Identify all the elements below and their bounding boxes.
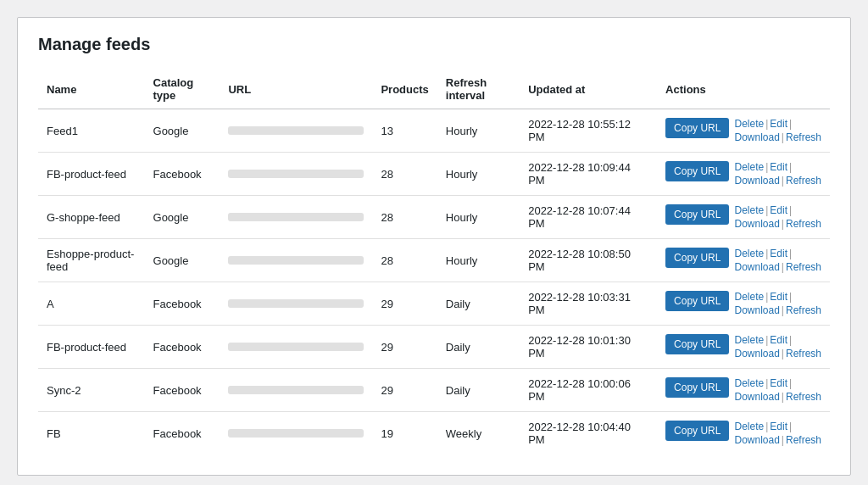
action-links-bottom: Download | Refresh xyxy=(734,304,821,316)
download-link[interactable]: Download xyxy=(734,434,779,446)
table-row: FB-product-feed Facebook 29 Daily 2022-1… xyxy=(38,326,830,369)
manage-feeds-container: Manage feeds Name Catalog type URL Produ… xyxy=(17,17,851,476)
action-links-bottom: Download | Refresh xyxy=(734,434,821,446)
feed-name: Eshoppe-product-feed xyxy=(38,239,145,282)
feed-url xyxy=(220,153,372,196)
table-row: Sync-2 Facebook 29 Daily 2022-12-28 10:0… xyxy=(38,369,830,412)
download-link[interactable]: Download xyxy=(734,261,779,273)
feed-updated-at: 2022-12-28 10:04:40 PM xyxy=(520,412,657,455)
download-link[interactable]: Download xyxy=(734,175,779,187)
sep-1: | xyxy=(765,161,768,173)
feed-refresh-interval: Hourly xyxy=(437,239,520,282)
refresh-link[interactable]: Refresh xyxy=(786,391,821,403)
delete-link[interactable]: Delete xyxy=(734,421,764,432)
action-links-bottom: Download | Refresh xyxy=(734,131,821,143)
download-link[interactable]: Download xyxy=(734,131,779,143)
header-catalog-type: Catalog type xyxy=(145,70,220,109)
copy-url-button[interactable]: Copy URL xyxy=(665,377,729,398)
sep-3: | xyxy=(782,218,784,230)
edit-link[interactable]: Edit xyxy=(770,377,787,389)
delete-link[interactable]: Delete xyxy=(734,118,764,130)
feeds-table: Name Catalog type URL Products Refresh i… xyxy=(38,70,830,454)
edit-link[interactable]: Edit xyxy=(770,118,787,130)
copy-url-button[interactable]: Copy URL xyxy=(665,291,729,311)
header-actions: Actions xyxy=(657,70,830,109)
sep-1: | xyxy=(765,334,768,346)
feed-actions: Copy URL Delete | Edit | Download | Refr… xyxy=(657,109,830,153)
download-link[interactable]: Download xyxy=(734,348,779,360)
copy-url-button[interactable]: Copy URL xyxy=(665,161,729,181)
delete-link[interactable]: Delete xyxy=(734,377,764,389)
table-row: G-shoppe-feed Google 28 Hourly 2022-12-2… xyxy=(38,196,830,239)
sep-3: | xyxy=(782,304,784,316)
feed-products: 29 xyxy=(372,326,437,369)
refresh-link[interactable]: Refresh xyxy=(786,131,821,143)
edit-link[interactable]: Edit xyxy=(770,291,787,303)
feed-actions: Copy URL Delete | Edit | Download | Refr… xyxy=(657,239,830,282)
delete-link[interactable]: Delete xyxy=(734,248,764,259)
feed-products: 19 xyxy=(372,412,437,455)
edit-link[interactable]: Edit xyxy=(770,334,787,346)
edit-link[interactable]: Edit xyxy=(770,248,787,259)
sep-1: | xyxy=(765,377,768,389)
delete-link[interactable]: Delete xyxy=(734,291,764,303)
sep-1: | xyxy=(765,421,768,432)
sep-2: | xyxy=(789,118,792,130)
url-placeholder xyxy=(228,256,364,265)
sep-3: | xyxy=(782,391,784,403)
copy-url-button[interactable]: Copy URL xyxy=(665,248,729,268)
feed-refresh-interval: Hourly xyxy=(437,153,520,196)
table-header-row: Name Catalog type URL Products Refresh i… xyxy=(38,70,830,109)
header-refresh-interval: Refresh interval xyxy=(437,70,520,109)
feed-refresh-interval: Daily xyxy=(437,282,520,326)
sep-2: | xyxy=(789,291,792,303)
refresh-link[interactable]: Refresh xyxy=(786,218,821,230)
feed-url xyxy=(220,412,372,455)
feed-name: A xyxy=(38,282,145,326)
refresh-link[interactable]: Refresh xyxy=(786,434,821,446)
download-link[interactable]: Download xyxy=(734,304,779,316)
feed-actions: Copy URL Delete | Edit | Download | Refr… xyxy=(657,369,830,412)
feed-url xyxy=(220,239,372,282)
action-links: Delete | Edit | Download | Refresh xyxy=(734,334,821,360)
copy-url-button[interactable]: Copy URL xyxy=(665,118,729,138)
refresh-link[interactable]: Refresh xyxy=(786,348,821,360)
sep-2: | xyxy=(789,248,792,259)
delete-link[interactable]: Delete xyxy=(734,334,764,346)
sep-2: | xyxy=(789,161,792,173)
edit-link[interactable]: Edit xyxy=(770,421,787,432)
feed-catalog-type: Google xyxy=(145,196,220,239)
url-placeholder xyxy=(228,170,364,178)
copy-url-button[interactable]: Copy URL xyxy=(665,334,729,354)
table-row: A Facebook 29 Daily 2022-12-28 10:03:31 … xyxy=(38,282,830,326)
action-links: Delete | Edit | Download | Refresh xyxy=(734,204,821,230)
feed-url xyxy=(220,369,372,412)
page-title: Manage feeds xyxy=(38,35,830,54)
feed-updated-at: 2022-12-28 10:09:44 PM xyxy=(520,153,657,196)
refresh-link[interactable]: Refresh xyxy=(786,304,821,316)
sep-1: | xyxy=(765,118,768,130)
action-links-top: Delete | Edit | xyxy=(734,421,821,432)
delete-link[interactable]: Delete xyxy=(734,161,764,173)
download-link[interactable]: Download xyxy=(734,391,779,403)
url-placeholder xyxy=(228,343,364,351)
copy-url-button[interactable]: Copy URL xyxy=(665,204,729,225)
edit-link[interactable]: Edit xyxy=(770,204,787,216)
feed-actions: Copy URL Delete | Edit | Download | Refr… xyxy=(657,412,830,455)
feed-catalog-type: Facebook xyxy=(145,326,220,369)
copy-url-button[interactable]: Copy URL xyxy=(665,421,729,441)
download-link[interactable]: Download xyxy=(734,218,779,230)
sep-2: | xyxy=(789,204,792,216)
feed-products: 28 xyxy=(372,239,437,282)
feed-actions: Copy URL Delete | Edit | Download | Refr… xyxy=(657,153,830,196)
feed-name: FB-product-feed xyxy=(38,153,145,196)
delete-link[interactable]: Delete xyxy=(734,204,764,216)
feed-catalog-type: Facebook xyxy=(145,369,220,412)
sep-3: | xyxy=(782,175,784,187)
action-links-bottom: Download | Refresh xyxy=(734,175,821,187)
edit-link[interactable]: Edit xyxy=(770,161,787,173)
refresh-link[interactable]: Refresh xyxy=(786,261,821,273)
feed-actions: Copy URL Delete | Edit | Download | Refr… xyxy=(657,282,830,326)
refresh-link[interactable]: Refresh xyxy=(786,175,821,187)
sep-3: | xyxy=(782,261,784,273)
